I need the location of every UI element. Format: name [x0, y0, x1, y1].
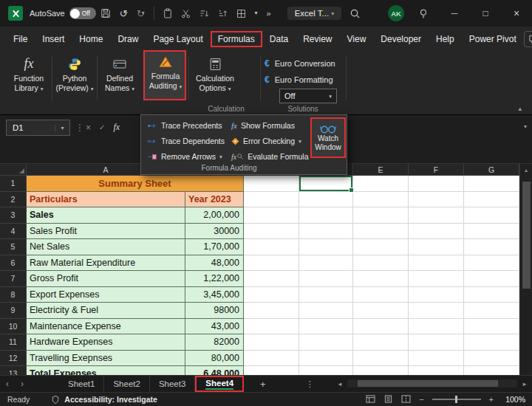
- cancel-entry-button[interactable]: ×: [86, 123, 91, 133]
- empty-cell[interactable]: [299, 207, 353, 224]
- insert-function-button[interactable]: fx: [113, 122, 120, 133]
- menu-tab-data[interactable]: Data: [262, 31, 296, 47]
- zoom-level[interactable]: 100%: [502, 395, 525, 404]
- column-header-f[interactable]: F: [409, 164, 464, 176]
- particulars-cell[interactable]: Sales: [27, 207, 185, 224]
- column-header-g[interactable]: G: [464, 164, 519, 176]
- chevron-down-icon[interactable]: ▾: [55, 125, 69, 131]
- empty-cell[interactable]: [464, 207, 519, 224]
- empty-cell[interactable]: [409, 207, 464, 224]
- tab-sheet4-active[interactable]: Sheet4: [195, 376, 244, 392]
- empty-cell[interactable]: [299, 287, 353, 303]
- empty-cell[interactable]: [244, 192, 299, 208]
- column-header-e[interactable]: E: [353, 164, 409, 176]
- empty-cell[interactable]: [464, 176, 519, 192]
- empty-cell[interactable]: [299, 271, 353, 287]
- empty-cell[interactable]: [244, 303, 299, 319]
- sort-ascending-button[interactable]: [200, 9, 209, 18]
- empty-cell[interactable]: [353, 271, 409, 287]
- empty-cell[interactable]: [409, 334, 464, 351]
- empty-cell[interactable]: [244, 366, 299, 375]
- empty-cell[interactable]: [244, 271, 299, 287]
- empty-cell[interactable]: [244, 239, 299, 255]
- value-cell[interactable]: 48,000: [185, 255, 244, 272]
- undo-button[interactable]: ↺▾: [120, 9, 128, 18]
- empty-cell[interactable]: [353, 334, 409, 351]
- empty-cell[interactable]: [409, 303, 464, 319]
- formula-auditing-button[interactable]: Formula Auditing ▾: [144, 53, 187, 99]
- watch-window-button[interactable]: Watch Window: [310, 117, 346, 158]
- empty-cell[interactable]: [353, 303, 409, 319]
- empty-cell[interactable]: [464, 192, 519, 208]
- empty-cell[interactable]: [244, 334, 299, 351]
- empty-cell[interactable]: [299, 255, 353, 272]
- name-box[interactable]: D1 ▾: [6, 120, 70, 136]
- menu-tab-file[interactable]: File: [6, 31, 35, 47]
- autosave-control[interactable]: AutoSave Off: [30, 7, 96, 19]
- particulars-cell[interactable]: Electricity & Fuel: [27, 303, 185, 319]
- empty-cell[interactable]: [244, 176, 299, 192]
- particulars-cell[interactable]: Gross Profit: [27, 271, 185, 287]
- defined-names-button[interactable]: Defined Names ▾: [98, 55, 141, 101]
- value-cell[interactable]: 82000: [185, 334, 244, 351]
- empty-cell[interactable]: [464, 224, 519, 240]
- row-header[interactable]: 6: [0, 255, 27, 272]
- zoom-in-button[interactable]: +: [489, 395, 494, 404]
- particulars-cell[interactable]: Net Sales: [27, 239, 185, 255]
- empty-cell[interactable]: [464, 351, 519, 367]
- minimize-button[interactable]: ─: [439, 0, 470, 27]
- next-sheet-icon[interactable]: ›: [15, 379, 30, 389]
- empty-cell[interactable]: [409, 239, 464, 255]
- borders-button[interactable]: [236, 9, 246, 18]
- empty-cell[interactable]: [299, 366, 353, 375]
- previous-sheet-icon[interactable]: ‹: [0, 379, 15, 389]
- horizontal-scrollbar[interactable]: ◂ ▸: [334, 376, 531, 391]
- empty-cell[interactable]: [244, 287, 299, 303]
- empty-cell[interactable]: [409, 271, 464, 287]
- cut-button[interactable]: [181, 9, 191, 18]
- particulars-cell[interactable]: Raw Material Expenditure: [27, 255, 185, 272]
- empty-cell[interactable]: [299, 351, 353, 367]
- empty-cell[interactable]: [244, 224, 299, 240]
- accessibility-status[interactable]: Accessibility: Investigate: [64, 395, 157, 404]
- calculation-options-button[interactable]: Calculation Options ▾: [191, 55, 239, 101]
- empty-cell[interactable]: [409, 192, 464, 208]
- comments-button[interactable]: [524, 31, 532, 47]
- confirm-entry-button[interactable]: ✓: [99, 123, 105, 131]
- summary-title-cell[interactable]: Summary Sheet: [27, 176, 244, 192]
- row-header[interactable]: 3: [0, 207, 27, 224]
- zoom-slider[interactable]: [432, 399, 481, 400]
- empty-cell[interactable]: [409, 224, 464, 240]
- menu-tab-review[interactable]: Review: [296, 31, 339, 47]
- menu-tab-page-layout[interactable]: Page Layout: [146, 31, 210, 47]
- empty-cell[interactable]: [299, 319, 353, 335]
- expand-formula-bar-icon[interactable]: ▾: [524, 123, 527, 130]
- tab-sheet3[interactable]: Sheet3: [150, 376, 195, 392]
- sheet-options-icon[interactable]: ⋮: [299, 379, 321, 389]
- quick-access-chevron-icon[interactable]: ▾: [255, 10, 258, 16]
- value-cell[interactable]: 1,22,000: [185, 271, 244, 287]
- maximize-button[interactable]: □: [470, 0, 501, 27]
- row-header[interactable]: 8: [0, 287, 27, 303]
- empty-cell[interactable]: [299, 192, 353, 208]
- zoom-slider-knob[interactable]: [455, 396, 457, 403]
- select-all-button[interactable]: [0, 164, 27, 176]
- zoom-out-button[interactable]: −: [419, 395, 423, 404]
- lightbulb-icon[interactable]: [418, 8, 429, 18]
- value-cell[interactable]: 30000: [185, 224, 244, 240]
- python-preview-button[interactable]: Python (Preview) ▾: [53, 55, 96, 101]
- tab-sheet1[interactable]: Sheet1: [59, 376, 104, 392]
- empty-cell[interactable]: [464, 271, 519, 287]
- empty-cell[interactable]: [299, 303, 353, 319]
- scroll-up-icon[interactable]: ▴: [520, 164, 532, 176]
- paste-button[interactable]: [163, 8, 172, 18]
- empty-cell[interactable]: [464, 239, 519, 255]
- row-header[interactable]: 1: [0, 176, 27, 192]
- row-header[interactable]: 9: [0, 303, 27, 319]
- scroll-right-icon[interactable]: ▸: [519, 380, 531, 388]
- horizontal-scrollbar-track[interactable]: [347, 379, 517, 388]
- empty-cell[interactable]: [244, 351, 299, 367]
- header-particulars-cell[interactable]: Particulars: [27, 192, 185, 208]
- empty-cell[interactable]: [409, 319, 464, 335]
- save-button[interactable]: [100, 8, 111, 18]
